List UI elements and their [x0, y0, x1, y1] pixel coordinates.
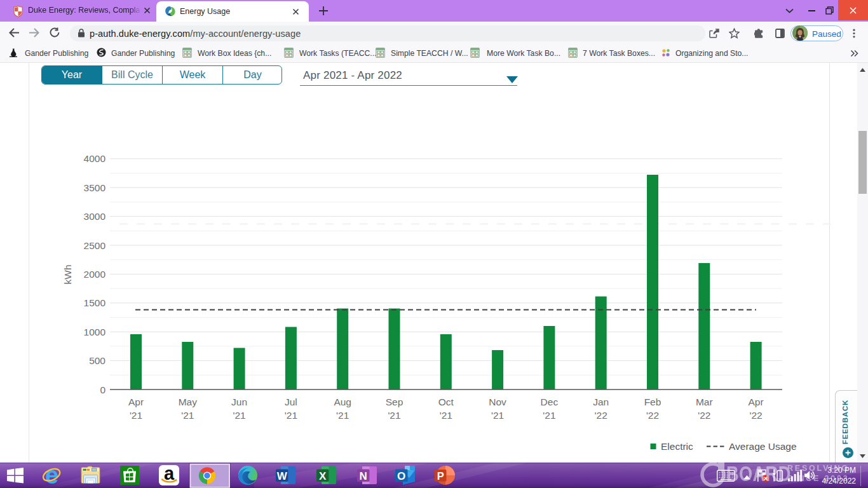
svg-text:kWh: kWh: [62, 265, 73, 285]
svg-text:N: N: [360, 470, 367, 482]
svg-text:Oct: Oct: [438, 396, 454, 407]
svg-text:2000: 2000: [84, 269, 106, 280]
svg-text:4000: 4000: [84, 153, 106, 164]
svg-text:'21: '21: [543, 410, 555, 421]
svg-text:Mar: Mar: [696, 396, 713, 407]
svg-text:Electric: Electric: [661, 441, 693, 452]
svg-text:2500: 2500: [84, 240, 106, 251]
svg-text:1000: 1000: [84, 327, 106, 337]
svg-text:'21: '21: [336, 410, 349, 421]
svg-text:Dec: Dec: [541, 396, 559, 407]
svg-text:Jun: Jun: [231, 396, 247, 407]
svg-text:P: P: [437, 470, 444, 482]
svg-text:0: 0: [100, 384, 105, 395]
svg-text:'22: '22: [749, 410, 762, 421]
svg-text:'22: '22: [646, 410, 659, 421]
svg-text:Nov: Nov: [489, 396, 506, 407]
svg-text:'21: '21: [491, 410, 504, 421]
svg-text:'21: '21: [285, 410, 297, 421]
svg-text:Average Usage: Average Usage: [729, 441, 797, 452]
svg-text:a: a: [164, 463, 175, 484]
svg-text:'22: '22: [698, 410, 710, 421]
svg-text:Jan: Jan: [593, 396, 609, 407]
svg-text:Aug: Aug: [334, 396, 351, 407]
svg-text:O: O: [397, 470, 405, 482]
svg-text:'21: '21: [130, 410, 142, 421]
svg-text:'21: '21: [440, 410, 452, 421]
svg-text:Feb: Feb: [644, 396, 661, 407]
svg-text:W: W: [277, 470, 288, 482]
svg-text:Apr: Apr: [749, 396, 764, 407]
svg-text:Apr: Apr: [128, 396, 144, 407]
svg-text:'22: '22: [595, 410, 607, 421]
svg-text:X: X: [319, 470, 327, 482]
svg-text:500: 500: [89, 355, 105, 366]
svg-text:3000: 3000: [84, 211, 106, 222]
svg-text:'21: '21: [388, 410, 400, 421]
svg-text:BOARD: BOARD: [726, 463, 791, 485]
svg-text:e: e: [45, 463, 58, 488]
svg-text:Sep: Sep: [386, 396, 403, 407]
svg-text:Jul: Jul: [285, 396, 297, 407]
svg-text:1500: 1500: [84, 297, 106, 308]
svg-text:'21: '21: [181, 410, 194, 421]
svg-text:May: May: [179, 396, 198, 407]
svg-text:'21: '21: [233, 410, 245, 421]
svg-text:3500: 3500: [84, 182, 106, 193]
